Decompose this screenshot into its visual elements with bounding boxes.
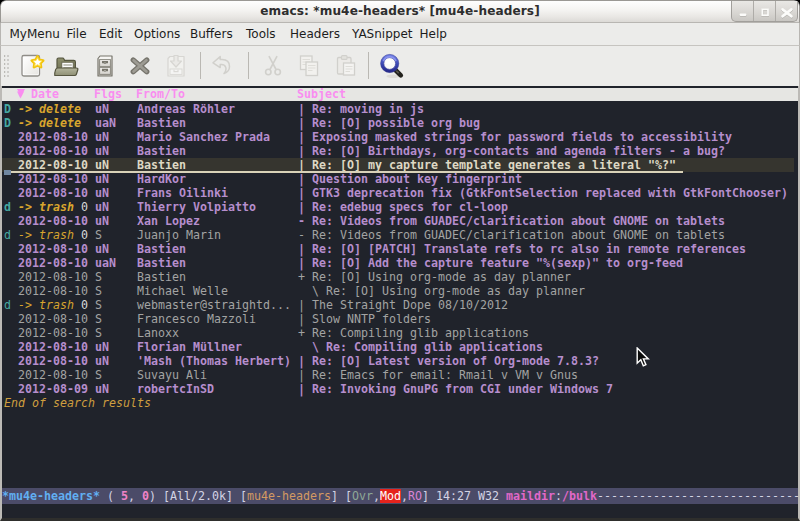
message-row[interactable]: 2012-08-10 uN HardKor | Question about k… — [2, 172, 798, 186]
message-row[interactable]: d -> trash 0 S Juanjo Marin - Re: Videos… — [2, 228, 798, 242]
message-date: 2012-08-10 — [18, 354, 95, 368]
message-flags: uaN — [95, 116, 137, 130]
titlebar[interactable]: emacs: *mu4e-headers* [mu4e-headers] — [0, 0, 800, 23]
message-row[interactable]: d -> trash 0 uN Thierry Volpiatto | Re: … — [2, 200, 798, 214]
message-subject: | The Straight Dope 08/10/2012 — [298, 298, 508, 312]
message-row[interactable]: 2012-08-10 uN Bastien | Re: [O] [PATCH] … — [2, 242, 798, 256]
message-flags: uN — [95, 354, 137, 368]
close-icon — [776, 1, 798, 22]
message-date: 2012-08-10 — [18, 326, 95, 340]
message-subject: | Re: [O] Birthdays, org-contacts and ag… — [298, 144, 725, 158]
close-icon — [126, 52, 154, 80]
mark-target-count: 0 — [81, 298, 88, 312]
message-date: 2012-08-10 — [18, 242, 95, 256]
message-subject: | Re: [O] possible org bug — [298, 116, 480, 130]
message-subject: | Re: Emacs for email: Rmail v VM v Gnus — [298, 368, 578, 382]
modeline-text: ) [All/2.0k] [ — [149, 489, 247, 503]
toolbar-button-search[interactable] — [377, 52, 405, 80]
message-mark — [4, 256, 18, 270]
toolbar-button-close[interactable] — [126, 52, 154, 80]
message-mark: d — [4, 200, 18, 214]
message-date: 2012-08-10 — [18, 214, 95, 228]
modeline-position-count: 5 — [121, 489, 128, 503]
message-from: webmaster@straightd... — [137, 298, 298, 312]
message-row[interactable]: D -> delete uN Andreas Röhler | Re: movi… — [2, 102, 798, 116]
message-row[interactable]: 2012-08-10 uN 'Mash (Thomas Herbert) | R… — [2, 354, 798, 368]
message-mark — [4, 354, 18, 368]
message-mark — [4, 382, 18, 396]
message-mark — [4, 172, 18, 186]
message-mark — [4, 242, 18, 256]
message-from: Bastien — [137, 256, 298, 270]
message-flags: S — [95, 298, 137, 312]
mouse-cursor — [636, 347, 650, 368]
modeline-major-mode: mu4e-headers — [247, 489, 331, 503]
buffer-area: ▼ Date Flgs From/To Subject D -> delete … — [0, 86, 800, 521]
message-subject: - Re: Videos from GUADEC/clarification a… — [298, 214, 725, 228]
message-row[interactable]: d -> trash 0 S webmaster@straightd... | … — [2, 298, 798, 312]
message-from: Michael Welle — [137, 284, 298, 298]
message-mark — [4, 340, 18, 354]
modeline-text: : — [555, 489, 562, 503]
menu-options[interactable]: Options — [134, 27, 180, 41]
modeline-text: ] 14:27 W32 — [422, 489, 506, 503]
message-row[interactable]: 2012-08-10 uN Xan Lopez - Re: Videos fro… — [2, 214, 798, 228]
message-from: Florian Müllner — [137, 340, 298, 354]
menu-yasnippet[interactable]: YASnippet — [352, 27, 413, 41]
message-from: Bastien — [137, 242, 298, 256]
message-row[interactable]: 2012-08-10 uN Florian Müllner \ Re: Comp… — [2, 340, 798, 354]
maximize-button[interactable] — [753, 1, 775, 21]
maximize-icon — [754, 1, 776, 22]
message-date: 2012-08-10 — [18, 172, 95, 186]
modeline-text: , — [401, 489, 408, 503]
menu-headers[interactable]: Headers — [290, 27, 340, 41]
echo-area[interactable] — [2, 504, 798, 518]
modeline-position-count: 0 — [142, 489, 149, 503]
message-row[interactable]: 2012-08-10 S Michael Welle \ Re: [O] Usi… — [2, 284, 798, 298]
menu-buffers[interactable]: Buffers — [190, 27, 233, 41]
message-flags: S — [95, 228, 137, 242]
copy-icon — [295, 52, 323, 80]
menu-file[interactable]: File — [67, 27, 87, 41]
message-row[interactable]: 2012-08-10 uN Frans Oilinki | GTK3 depre… — [2, 186, 798, 200]
message-row[interactable]: 2012-08-10 uN Bastien | Re: [O] Birthday… — [2, 144, 798, 158]
message-flags: uN — [95, 200, 137, 214]
toolbar-button-save[interactable] — [91, 52, 119, 80]
message-row[interactable]: 2012-08-10 S Suvayu Ali | Re: Emacs for … — [2, 368, 798, 382]
modeline-buffer-name: *mu4e-headers* — [2, 489, 100, 503]
toolbar-drag-handle[interactable] — [3, 54, 9, 78]
message-mark: D — [4, 116, 18, 130]
message-row[interactable]: 2012-08-10 S Bastien + Re: [O] Using org… — [2, 270, 798, 284]
close-button[interactable] — [775, 1, 797, 21]
message-date: 2012-08-10 — [18, 158, 95, 172]
modeline-modified-badge: Mod — [380, 489, 401, 503]
message-subject: | Re: [O] Latest version of Org-mode 7.8… — [298, 354, 599, 368]
message-subject: + Re: [O] Using org-mode as day planner — [298, 270, 571, 284]
mark-target: -> delete — [18, 102, 81, 116]
message-subject: | Slow NNTP folders — [298, 312, 431, 326]
save-as-icon — [162, 52, 190, 80]
message-row[interactable]: D -> delete uaN Bastien | Re: [O] possib… — [2, 116, 798, 130]
message-row[interactable]: 2012-08-10 uN Mario Sanchez Prada | Expo… — [2, 130, 798, 144]
minimize-button[interactable] — [732, 1, 753, 21]
menu-mymenu[interactable]: MyMenu — [10, 27, 60, 41]
sort-descending-icon — [17, 89, 25, 96]
message-row[interactable]: 2012-08-10 S Francesco Mazzoli | Slow NN… — [2, 312, 798, 326]
message-flags: S — [95, 284, 137, 298]
modeline-maildir: maildir — [506, 489, 555, 503]
menu-tools[interactable]: Tools — [246, 27, 276, 41]
mark-target: -> trash — [18, 228, 74, 242]
message-row[interactable]: 2012-08-09 uN robertcInSD | Re: Invoking… — [2, 382, 798, 396]
message-date: 2012-08-09 — [18, 382, 95, 396]
message-row[interactable]: 2012-08-10 S Lanoxx + Re: Compiling glib… — [2, 326, 798, 340]
message-row-current[interactable]: 2012-08-10 uN Bastien | Re: [O] my captu… — [2, 158, 794, 172]
menu-help[interactable]: Help — [420, 27, 447, 41]
message-subject: | Re: edebug specs for cl-loop — [298, 200, 508, 214]
message-row[interactable]: 2012-08-10 uaN Bastien | Re: [O] Add the… — [2, 256, 798, 270]
toolbar-button-new-file[interactable] — [17, 52, 45, 80]
message-mark — [4, 368, 18, 382]
toolbar-button-open-file[interactable] — [53, 52, 81, 80]
menu-edit[interactable]: Edit — [99, 27, 122, 41]
message-flags: uN — [95, 382, 137, 396]
message-date: 2012-08-10 — [18, 312, 95, 326]
